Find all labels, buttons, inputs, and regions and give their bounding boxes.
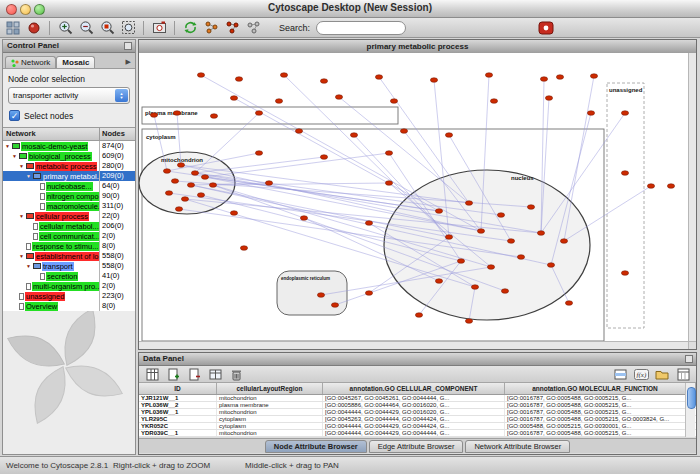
tab-node-attribute-browser[interactable]: Node Attribute Browser: [265, 440, 367, 453]
network-node[interactable]: [331, 303, 338, 308]
network-node[interactable]: [487, 265, 494, 270]
column-header[interactable]: annotation.GO MOLECULAR_FUNCTION: [505, 383, 686, 394]
tree-row[interactable]: Overview8(0): [3, 301, 135, 311]
network-node[interactable]: [365, 291, 372, 296]
network-node[interactable]: [507, 239, 514, 244]
network-node[interactable]: [485, 73, 492, 78]
network-node[interactable]: [385, 151, 392, 156]
zoom-in-icon[interactable]: [56, 19, 74, 37]
network-column-header[interactable]: Network: [3, 128, 99, 140]
table-row[interactable]: YPL036W__1mitochondrion[GO:0044444, GO:0…: [139, 409, 696, 416]
red-orb-icon[interactable]: [25, 19, 43, 37]
table-row[interactable]: YPL036W__2plasma membrane[GO:0005886, GO…: [139, 402, 696, 409]
expander-icon[interactable]: ▼: [25, 263, 32, 269]
session-grid-icon[interactable]: [4, 19, 22, 37]
function-builder-icon[interactable]: f(x): [632, 365, 650, 383]
tab-network[interactable]: Network: [5, 56, 56, 68]
network-node[interactable]: [335, 95, 342, 100]
tab-scroll-arrow-icon[interactable]: ▶: [126, 58, 133, 68]
network-node[interactable]: [173, 111, 180, 116]
network-node[interactable]: [280, 73, 287, 78]
network-node[interactable]: [175, 207, 182, 212]
tree-row[interactable]: nitrogen compo...90(0): [3, 191, 135, 201]
network-node[interactable]: [415, 313, 422, 318]
network-node[interactable]: [197, 73, 204, 78]
network-node[interactable]: [621, 271, 628, 276]
tree-row[interactable]: ▼metabolic process280(0): [3, 161, 135, 171]
zoom-fit-icon[interactable]: [119, 19, 137, 37]
network-node[interactable]: [385, 181, 392, 186]
node-color-dropdown[interactable]: transporter activity ▲▼: [8, 87, 130, 104]
network-node[interactable]: [647, 184, 654, 189]
network-node[interactable]: [587, 111, 594, 116]
network-node[interactable]: [210, 114, 217, 119]
zoom-selected-icon[interactable]: [98, 19, 116, 37]
tree-row[interactable]: multi-organism pro...2(0): [3, 281, 135, 291]
tree-row[interactable]: ▼mosaic-demo-yeast874(0): [3, 141, 135, 151]
network-node[interactable]: [209, 183, 216, 188]
network-node[interactable]: [150, 113, 157, 118]
snapshot-region-icon[interactable]: [150, 19, 168, 37]
column-header[interactable]: cellularLayoutRegion: [217, 383, 323, 394]
network-overview-icon[interactable]: [202, 19, 220, 37]
select-nodes-checkbox[interactable]: ✓: [9, 110, 20, 121]
import-attributes-icon[interactable]: [653, 365, 671, 383]
nodes-column-header[interactable]: Nodes: [99, 128, 135, 140]
network-node[interactable]: [435, 209, 442, 214]
network-node[interactable]: [255, 151, 262, 156]
network-node[interactable]: [537, 231, 544, 236]
network-node[interactable]: [375, 75, 382, 80]
tree-row[interactable]: ▼establishment of lo...558(0): [3, 251, 135, 261]
network-node[interactable]: [490, 99, 497, 104]
network-node[interactable]: [295, 129, 302, 134]
network-node[interactable]: [540, 77, 547, 82]
network-node[interactable]: [201, 175, 208, 180]
expander-icon[interactable]: ▼: [18, 253, 25, 259]
table-row[interactable]: YDR039C__1mitochondrion[GO:0044444, GO:0…: [139, 430, 696, 437]
column-header[interactable]: annotation.GO CELLULAR_COMPONENT: [323, 383, 505, 394]
network-node[interactable]: [501, 289, 508, 294]
network-node[interactable]: [275, 99, 282, 104]
tree-row[interactable]: ▼biological_process609(0): [3, 151, 135, 161]
network-canvas[interactable]: plasma membrane cytoplasm mitochondrion …: [139, 53, 696, 349]
table-row[interactable]: YJR121W__1mitochondrion[GO:0045267, GO:0…: [139, 395, 696, 402]
network-node[interactable]: [165, 191, 172, 196]
float-panel-icon[interactable]: [124, 42, 132, 50]
expander-icon[interactable]: ▼: [18, 213, 25, 219]
tab-network-attribute-browser[interactable]: Network Attribute Browser: [465, 440, 570, 453]
network-node[interactable]: [445, 133, 452, 138]
network-node[interactable]: [565, 301, 572, 306]
tree-row[interactable]: secretion41(0): [3, 271, 135, 281]
network-node[interactable]: [430, 78, 437, 83]
network-view-titlebar[interactable]: primary metabolic process: [139, 40, 696, 54]
network-node[interactable]: [240, 246, 247, 251]
network-node[interactable]: [560, 239, 567, 244]
expander-icon[interactable]: ▼: [11, 153, 18, 159]
network-node[interactable]: [621, 171, 628, 176]
column-header[interactable]: ID: [139, 383, 217, 394]
network-birdseye-icon[interactable]: [223, 19, 241, 37]
network-node[interactable]: [320, 79, 327, 84]
network-manager-icon[interactable]: [244, 19, 262, 37]
tree-row[interactable]: ▼cellular process22(0): [3, 211, 135, 221]
refresh-layout-icon[interactable]: [181, 19, 199, 37]
expander-icon[interactable]: ▼: [25, 173, 32, 179]
browse-data-icon[interactable]: [674, 365, 692, 383]
network-node[interactable]: [621, 111, 628, 116]
network-node[interactable]: [435, 279, 442, 284]
row-select-icon[interactable]: [611, 365, 629, 383]
tree-row[interactable]: ▼transport558(0): [3, 261, 135, 271]
network-node[interactable]: [320, 155, 327, 160]
network-node[interactable]: [527, 205, 534, 210]
network-node[interactable]: [181, 197, 188, 202]
network-horizontal-scrollbar[interactable]: [139, 341, 688, 349]
network-node[interactable]: [667, 184, 674, 189]
tab-mosaic[interactable]: Mosaic: [56, 56, 95, 68]
tree-row[interactable]: response to stimu...8(0): [3, 241, 135, 251]
network-node[interactable]: [300, 216, 307, 221]
scrollbar-thumb[interactable]: [687, 387, 696, 409]
create-attribute-icon[interactable]: [164, 365, 182, 383]
trash-icon[interactable]: [227, 365, 245, 383]
attribute-matrix-icon[interactable]: [206, 365, 224, 383]
zoom-out-icon[interactable]: [77, 19, 95, 37]
